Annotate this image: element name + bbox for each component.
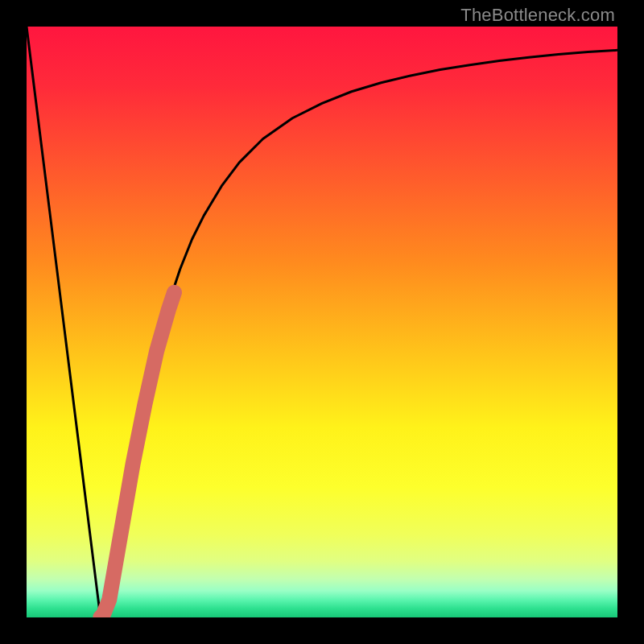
bottleneck-chart (27, 27, 617, 617)
plot-area (27, 27, 617, 617)
chart-frame: TheBottleneck.com (0, 0, 644, 644)
attribution-label: TheBottleneck.com (460, 5, 615, 26)
